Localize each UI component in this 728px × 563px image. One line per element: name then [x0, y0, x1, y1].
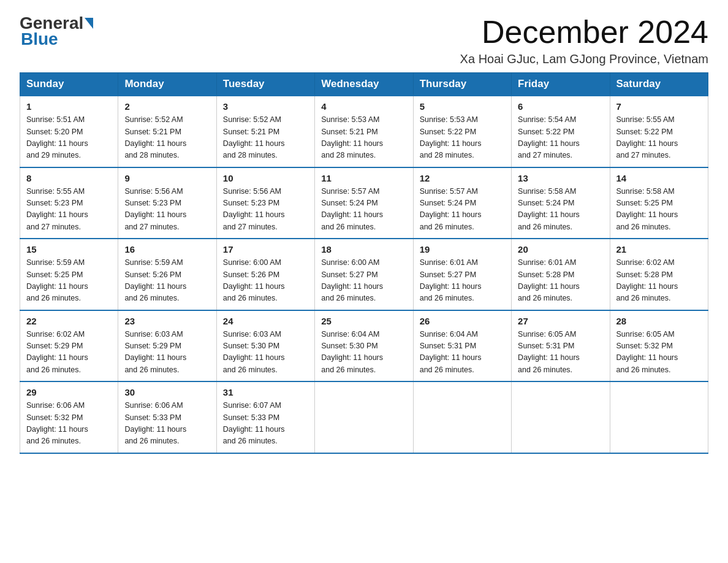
day-number: 4 — [321, 101, 406, 112]
calendar-week-row: 22 Sunrise: 6:02 AMSunset: 5:29 PMDaylig… — [20, 310, 708, 382]
day-detail: Sunrise: 6:04 AMSunset: 5:30 PMDaylight:… — [321, 330, 383, 374]
day-number: 22 — [26, 316, 112, 326]
day-number: 3 — [223, 101, 308, 112]
day-number: 1 — [26, 101, 112, 112]
day-detail: Sunrise: 6:05 AMSunset: 5:32 PMDaylight:… — [616, 330, 678, 374]
column-header-monday: Monday — [118, 73, 216, 96]
day-detail: Sunrise: 6:01 AMSunset: 5:27 PMDaylight:… — [420, 258, 482, 302]
day-number: 14 — [616, 173, 702, 183]
day-number: 25 — [321, 316, 406, 326]
calendar-cell: 23 Sunrise: 6:03 AMSunset: 5:29 PMDaylig… — [118, 310, 216, 382]
calendar-cell: 5 Sunrise: 5:53 AMSunset: 5:22 PMDayligh… — [413, 96, 511, 167]
day-number: 26 — [420, 316, 505, 326]
day-detail: Sunrise: 5:51 AMSunset: 5:20 PMDaylight:… — [26, 115, 88, 159]
day-detail: Sunrise: 5:56 AMSunset: 5:23 PMDaylight:… — [223, 187, 285, 231]
day-detail: Sunrise: 6:06 AMSunset: 5:32 PMDaylight:… — [26, 401, 88, 445]
calendar-cell: 27 Sunrise: 6:05 AMSunset: 5:31 PMDaylig… — [512, 310, 610, 382]
calendar-cell: 26 Sunrise: 6:04 AMSunset: 5:31 PMDaylig… — [413, 310, 511, 382]
day-detail: Sunrise: 5:57 AMSunset: 5:24 PMDaylight:… — [321, 187, 383, 231]
calendar-cell: 6 Sunrise: 5:54 AMSunset: 5:22 PMDayligh… — [512, 96, 610, 167]
calendar-week-row: 29 Sunrise: 6:06 AMSunset: 5:32 PMDaylig… — [20, 381, 708, 453]
day-detail: Sunrise: 6:06 AMSunset: 5:33 PMDaylight:… — [124, 401, 186, 445]
calendar-cell: 7 Sunrise: 5:55 AMSunset: 5:22 PMDayligh… — [610, 96, 708, 167]
day-number: 12 — [420, 173, 505, 183]
calendar-cell — [413, 381, 511, 453]
calendar-cell: 25 Sunrise: 6:04 AMSunset: 5:30 PMDaylig… — [315, 310, 413, 382]
calendar-week-row: 1 Sunrise: 5:51 AMSunset: 5:20 PMDayligh… — [20, 96, 708, 167]
calendar-cell: 18 Sunrise: 6:00 AMSunset: 5:27 PMDaylig… — [315, 239, 413, 310]
calendar-cell: 22 Sunrise: 6:02 AMSunset: 5:29 PMDaylig… — [20, 310, 118, 382]
calendar-cell: 4 Sunrise: 5:53 AMSunset: 5:21 PMDayligh… — [315, 96, 413, 167]
day-detail: Sunrise: 6:02 AMSunset: 5:29 PMDaylight:… — [26, 330, 88, 374]
calendar-cell: 12 Sunrise: 5:57 AMSunset: 5:24 PMDaylig… — [413, 167, 511, 239]
column-header-tuesday: Tuesday — [216, 73, 314, 96]
day-number: 28 — [616, 316, 702, 326]
day-detail: Sunrise: 6:05 AMSunset: 5:31 PMDaylight:… — [518, 330, 580, 374]
calendar-cell: 14 Sunrise: 5:58 AMSunset: 5:25 PMDaylig… — [610, 167, 708, 239]
day-number: 6 — [518, 101, 603, 112]
day-detail: Sunrise: 5:59 AMSunset: 5:25 PMDaylight:… — [26, 258, 88, 302]
day-detail: Sunrise: 6:00 AMSunset: 5:27 PMDaylight:… — [321, 258, 383, 302]
day-number: 18 — [321, 244, 406, 255]
day-detail: Sunrise: 5:55 AMSunset: 5:23 PMDaylight:… — [26, 187, 88, 231]
calendar-cell: 19 Sunrise: 6:01 AMSunset: 5:27 PMDaylig… — [413, 239, 511, 310]
calendar-cell: 20 Sunrise: 6:01 AMSunset: 5:28 PMDaylig… — [512, 239, 610, 310]
day-detail: Sunrise: 5:54 AMSunset: 5:22 PMDaylight:… — [518, 115, 580, 159]
day-detail: Sunrise: 5:56 AMSunset: 5:23 PMDaylight:… — [124, 187, 186, 231]
calendar-table: SundayMondayTuesdayWednesdayThursdayFrid… — [20, 72, 708, 454]
day-number: 13 — [518, 173, 603, 183]
day-number: 29 — [26, 387, 112, 397]
logo-arrow-icon — [85, 18, 93, 29]
day-number: 9 — [124, 173, 210, 183]
calendar-header-row: SundayMondayTuesdayWednesdayThursdayFrid… — [20, 73, 708, 96]
calendar-cell: 10 Sunrise: 5:56 AMSunset: 5:23 PMDaylig… — [216, 167, 314, 239]
day-number: 10 — [223, 173, 308, 183]
day-number: 15 — [26, 244, 112, 255]
calendar-cell: 15 Sunrise: 5:59 AMSunset: 5:25 PMDaylig… — [20, 239, 118, 310]
calendar-cell: 9 Sunrise: 5:56 AMSunset: 5:23 PMDayligh… — [118, 167, 216, 239]
calendar-cell: 28 Sunrise: 6:05 AMSunset: 5:32 PMDaylig… — [610, 310, 708, 382]
day-number: 31 — [223, 387, 308, 397]
day-detail: Sunrise: 5:52 AMSunset: 5:21 PMDaylight:… — [223, 115, 285, 159]
calendar-cell: 30 Sunrise: 6:06 AMSunset: 5:33 PMDaylig… — [118, 381, 216, 453]
day-number: 5 — [420, 101, 505, 112]
column-header-thursday: Thursday — [413, 73, 511, 96]
day-detail: Sunrise: 5:58 AMSunset: 5:24 PMDaylight:… — [518, 187, 580, 231]
day-number: 30 — [124, 387, 210, 397]
day-number: 21 — [616, 244, 702, 255]
calendar-cell: 31 Sunrise: 6:07 AMSunset: 5:33 PMDaylig… — [216, 381, 314, 453]
calendar-cell: 8 Sunrise: 5:55 AMSunset: 5:23 PMDayligh… — [20, 167, 118, 239]
calendar-cell: 2 Sunrise: 5:52 AMSunset: 5:21 PMDayligh… — [118, 96, 216, 167]
day-detail: Sunrise: 6:04 AMSunset: 5:31 PMDaylight:… — [420, 330, 482, 374]
day-number: 20 — [518, 244, 603, 255]
day-detail: Sunrise: 6:07 AMSunset: 5:33 PMDaylight:… — [223, 401, 285, 445]
calendar-cell: 21 Sunrise: 6:02 AMSunset: 5:28 PMDaylig… — [610, 239, 708, 310]
page-header: General Blue December 2024 Xa Hoai GJuc,… — [20, 15, 708, 66]
day-number: 7 — [616, 101, 702, 112]
column-header-saturday: Saturday — [610, 73, 708, 96]
day-number: 2 — [124, 101, 210, 112]
calendar-cell: 16 Sunrise: 5:59 AMSunset: 5:26 PMDaylig… — [118, 239, 216, 310]
day-number: 8 — [26, 173, 112, 183]
day-number: 24 — [223, 316, 308, 326]
calendar-cell: 24 Sunrise: 6:03 AMSunset: 5:30 PMDaylig… — [216, 310, 314, 382]
logo-blue: Blue — [21, 29, 58, 49]
calendar-cell: 1 Sunrise: 5:51 AMSunset: 5:20 PMDayligh… — [20, 96, 118, 167]
day-detail: Sunrise: 6:01 AMSunset: 5:28 PMDaylight:… — [518, 258, 580, 302]
day-detail: Sunrise: 5:57 AMSunset: 5:24 PMDaylight:… — [420, 187, 482, 231]
location-text: Xa Hoai GJuc, Lam GJong Province, Vietna… — [460, 52, 708, 66]
logo: General Blue — [20, 15, 93, 49]
day-detail: Sunrise: 5:59 AMSunset: 5:26 PMDaylight:… — [124, 258, 186, 302]
day-number: 19 — [420, 244, 505, 255]
calendar-cell: 17 Sunrise: 6:00 AMSunset: 5:26 PMDaylig… — [216, 239, 314, 310]
day-number: 11 — [321, 173, 406, 183]
column-header-friday: Friday — [512, 73, 610, 96]
calendar-cell — [315, 381, 413, 453]
day-number: 23 — [124, 316, 210, 326]
calendar-cell — [610, 381, 708, 453]
day-detail: Sunrise: 5:52 AMSunset: 5:21 PMDaylight:… — [124, 115, 186, 159]
day-number: 17 — [223, 244, 308, 255]
day-detail: Sunrise: 6:03 AMSunset: 5:30 PMDaylight:… — [223, 330, 285, 374]
day-detail: Sunrise: 5:58 AMSunset: 5:25 PMDaylight:… — [616, 187, 678, 231]
day-detail: Sunrise: 6:00 AMSunset: 5:26 PMDaylight:… — [223, 258, 285, 302]
